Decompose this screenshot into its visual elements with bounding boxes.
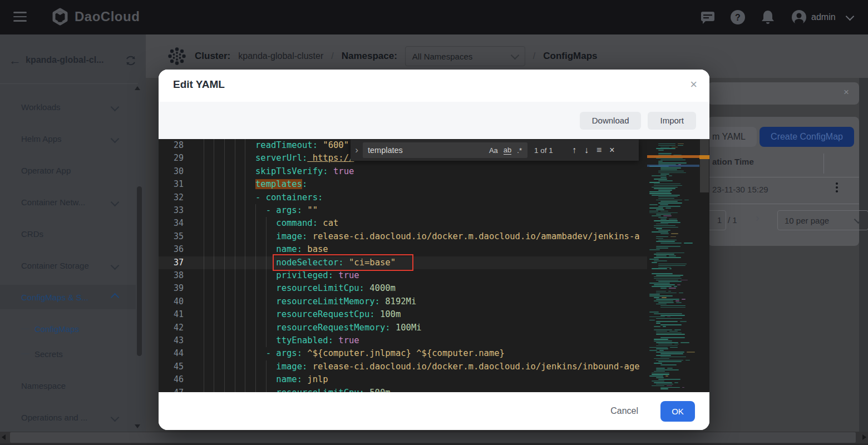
sidebar-item-container-storage[interactable]: Container Storage — [0, 253, 136, 278]
horizontal-scrollbar-thumb[interactable] — [10, 432, 856, 443]
find-replace-toggle-icon[interactable]: › — [351, 145, 363, 156]
next-match-icon[interactable]: ↓ — [584, 145, 589, 155]
previous-match-icon[interactable]: ↑ — [572, 145, 576, 155]
code-line[interactable]: 47 resourceLimitCpu: 500m — [159, 387, 647, 392]
minimap-line — [652, 380, 664, 382]
sidebar-scroll-down-icon[interactable] — [135, 424, 140, 428]
code-line[interactable]: 31 templates: — [159, 178, 647, 191]
code-line[interactable]: 32 - containers: — [159, 191, 647, 204]
modal-header: Edit YAML × — [159, 70, 709, 102]
hamburger-menu-icon[interactable] — [13, 12, 27, 23]
minimap-line — [680, 342, 689, 343]
username[interactable]: admin — [811, 12, 836, 22]
next-page-icon[interactable]: › — [756, 211, 760, 224]
create-configmap-button[interactable]: Create ConfigMap — [760, 127, 854, 147]
bell-icon[interactable] — [760, 9, 776, 25]
top-navbar: DaoCloud ? admin — [0, 0, 868, 34]
cancel-button[interactable]: Cancel — [607, 406, 642, 417]
find-input[interactable]: templates Aa ab .* — [363, 142, 527, 158]
minimap-line — [660, 364, 677, 365]
token-key: resourceLimitCpu: — [276, 388, 364, 392]
per-page-select[interactable]: 10 per page — [777, 210, 868, 230]
sidebar-scroll-up-icon[interactable] — [135, 86, 140, 90]
code-line[interactable]: 37 nodeSelector: "ci=base" — [159, 256, 647, 269]
import-button[interactable]: Import — [648, 112, 696, 130]
create-from-yaml-button[interactable]: m YAML — [708, 127, 757, 147]
code-line[interactable]: 36 name: base — [159, 243, 647, 256]
sidebar-item-container-netw[interactable]: Container Netw... — [0, 190, 136, 214]
horizontal-scrollbar[interactable] — [0, 432, 868, 443]
chevron-down-icon — [111, 134, 120, 143]
code-line[interactable]: 38 privileged: true — [159, 269, 647, 282]
find-in-selection-icon[interactable]: ≡ — [596, 145, 601, 155]
row-actions-kebab-icon[interactable] — [836, 182, 838, 194]
sidebar-item-crds[interactable]: CRDs — [0, 221, 136, 246]
code-line[interactable]: 34 command: cat — [159, 217, 647, 230]
code-line[interactable]: 44 - args: ^${computer.jnlpmac} ^${compu… — [159, 347, 647, 360]
code-line[interactable]: 43 ttyEnabled: true — [159, 334, 647, 347]
breadcrumb-page: ConfigMaps — [543, 51, 597, 62]
daocloud-logo[interactable]: DaoCloud — [51, 8, 140, 26]
sidebar-item-namespace[interactable]: Namespace — [0, 373, 136, 398]
ok-button[interactable]: OK — [660, 401, 695, 422]
find-query[interactable]: templates — [368, 146, 489, 155]
sidebar-item-configmaps[interactable]: ConfigMaps — [0, 317, 136, 341]
code-line[interactable]: 39 resourceLimitCpu: 4000m — [159, 282, 647, 295]
sidebar-item-workloads[interactable]: Workloads — [0, 95, 136, 119]
minimap-line — [669, 219, 677, 220]
sidebar-item-operations-and[interactable]: Operations and ... — [0, 405, 136, 429]
code-area[interactable]: 28 readTimeout: "600"29 serverUrl: https… — [159, 139, 647, 392]
help-icon[interactable]: ? — [730, 9, 746, 25]
refresh-icon[interactable] — [125, 55, 137, 67]
code-line[interactable]: 45 image: release-ci.daocloud.io/docker.… — [159, 360, 647, 373]
download-button[interactable]: Download — [580, 112, 642, 130]
minimap-line — [658, 145, 675, 146]
code-line[interactable]: 35 image: release-ci.daocloud.io/docker.… — [159, 230, 647, 243]
code-line[interactable]: 41 resourceRequestCpu: 100m — [159, 308, 647, 321]
token-key: name: — [276, 374, 302, 384]
minimap-line — [660, 169, 677, 170]
namespace-select[interactable]: All Namespaces — [405, 46, 525, 66]
minimap-line — [658, 206, 680, 207]
back-arrow-icon[interactable]: ← — [9, 53, 21, 68]
code-line[interactable]: 42 resourceRequestMemory: 100Mi — [159, 322, 647, 334]
per-page-value: 10 per page — [785, 216, 829, 225]
code-line[interactable]: 40 resourceLimitMemory: 8192Mi — [159, 295, 647, 308]
minimap-line — [654, 329, 672, 330]
editor-minimap[interactable] — [647, 139, 699, 392]
minimap-line — [656, 342, 678, 343]
code-line[interactable]: 46 name: jnlp — [159, 373, 647, 386]
regex-icon[interactable]: .* — [517, 146, 522, 155]
find-close-icon[interactable]: × — [609, 145, 614, 155]
scroll-right-icon[interactable] — [862, 434, 866, 440]
minimap-line — [652, 175, 667, 176]
whole-word-icon[interactable]: ab — [504, 146, 511, 155]
code-line[interactable]: 30 skipTlsVerify: true — [159, 165, 647, 178]
sidebar-item-secrets[interactable]: Secrets — [0, 342, 136, 366]
minimap-line — [654, 300, 673, 301]
match-case-icon[interactable]: Aa — [489, 146, 498, 155]
chat-icon[interactable] — [700, 9, 716, 25]
sidebar-item-operator-app[interactable]: Operator App — [0, 158, 136, 182]
minimap-line — [679, 293, 683, 294]
user-menu-chevron-down-icon[interactable] — [846, 12, 855, 21]
avatar[interactable] — [791, 9, 807, 25]
line-content: command: cat — [193, 217, 338, 230]
minimap-line — [671, 233, 678, 234]
minimap-line — [656, 345, 678, 347]
minimap-line — [656, 228, 662, 229]
filter-close-icon[interactable]: × — [844, 87, 849, 98]
sidebar-scrollbar[interactable] — [137, 186, 142, 356]
editor-scrollbar[interactable] — [699, 139, 709, 392]
yaml-editor[interactable]: 28 readTimeout: "600"29 serverUrl: https… — [159, 139, 709, 392]
cluster-value[interactable]: kpanda-global-cluster — [238, 51, 323, 61]
minimap-line — [663, 326, 667, 327]
sidebar-item-helm-apps[interactable]: Helm Apps — [0, 126, 136, 151]
token-key: - containers: — [255, 192, 323, 202]
code-line[interactable]: 33 - args: "" — [159, 204, 647, 217]
scroll-left-icon[interactable] — [2, 434, 6, 440]
sidebar-item-configmaps-s[interactable]: ConfigMaps & S... — [0, 285, 136, 309]
minimap-line — [660, 174, 669, 175]
modal-close-icon[interactable]: × — [690, 77, 697, 92]
editor-scrollbar-slider[interactable] — [700, 139, 709, 192]
